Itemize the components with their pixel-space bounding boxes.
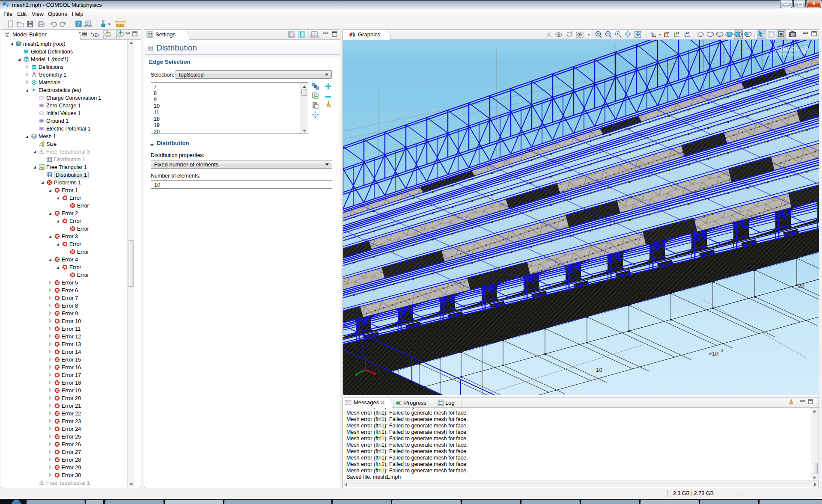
svg-text:×10: ×10 [709,350,718,357]
svg-text:zx: zx [686,31,690,35]
svg-text:?: ? [77,21,80,27]
svg-text:COMSOL: COMSOL [774,46,799,52]
svg-text:?: ? [313,32,315,36]
svg-text:x: x [378,369,380,374]
svg-text:10: 10 [596,367,602,373]
svg-text:-3: -3 [719,348,723,353]
svg-text:?: ? [86,21,89,26]
svg-text:yz: yz [676,31,679,35]
svg-text:20: 20 [798,282,804,289]
svg-text:MULTIPHYSICS: MULTIPHYSICS [767,52,799,57]
svg-text:!: ! [42,167,43,170]
svg-text:z: z [368,359,370,363]
svg-text:xy: xy [665,31,669,35]
